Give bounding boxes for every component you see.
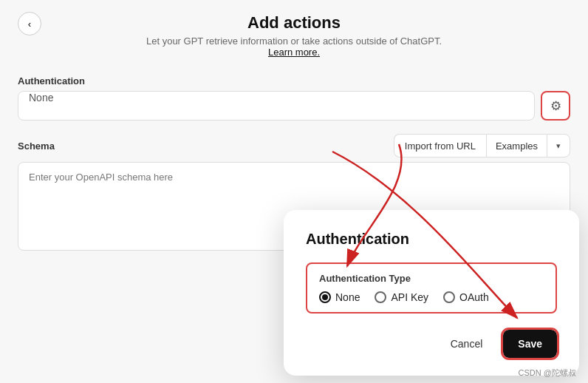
watermark: CSDN @陀螺叔 [519,367,576,379]
examples-dropdown-button[interactable]: ▾ [547,134,570,157]
radio-none-circle [319,291,331,303]
radio-api-key-circle [375,291,386,303]
radio-group: None API Key OAuth [319,291,544,303]
subtitle-text: Let your GPT retrieve information or tak… [146,35,442,47]
main-page: ‹ Add actions Let your GPT retrieve info… [0,0,588,383]
auth-type-box: Authentication Type None API Key OAuth [306,262,557,313]
cancel-button[interactable]: Cancel [437,330,496,358]
save-button[interactable]: Save [503,330,557,358]
auth-value: None [18,91,535,121]
auth-row: None ⚙ [18,91,570,121]
back-button[interactable]: ‹ [18,12,41,35]
gear-icon: ⚙ [550,98,561,114]
examples-button[interactable]: Examples [486,134,547,157]
header: ‹ Add actions Let your GPT retrieve info… [18,0,570,61]
schema-section-label: Schema [18,140,55,152]
import-from-url-button[interactable]: Import from URL [394,134,486,157]
page-title: Add actions [18,13,570,33]
auth-type-label: Authentication Type [319,273,544,284]
chevron-down-icon: ▾ [556,141,561,151]
radio-oauth[interactable]: OAuth [443,291,489,303]
auth-section-label: Authentication [18,75,570,87]
learn-more-link[interactable]: Learn more. [268,47,320,58]
gear-button[interactable]: ⚙ [541,91,570,121]
schema-header: Schema Import from URL Examples ▾ [18,134,570,157]
radio-oauth-circle [443,291,455,303]
subtitle: Let your GPT retrieve information or tak… [18,35,570,58]
modal-title: Authentication [306,231,557,248]
back-icon: ‹ [28,18,31,30]
schema-buttons: Import from URL Examples ▾ [394,134,570,157]
radio-api-key-label: API Key [391,291,428,303]
modal-footer: Cancel Save [306,330,557,358]
radio-none[interactable]: None [319,291,360,303]
radio-api-key[interactable]: API Key [375,291,428,303]
radio-oauth-label: OAuth [459,291,489,303]
radio-none-label: None [335,291,360,303]
authentication-modal: Authentication Authentication Type None … [284,210,579,376]
header-title-area: Add actions Let your GPT retrieve inform… [18,13,570,58]
